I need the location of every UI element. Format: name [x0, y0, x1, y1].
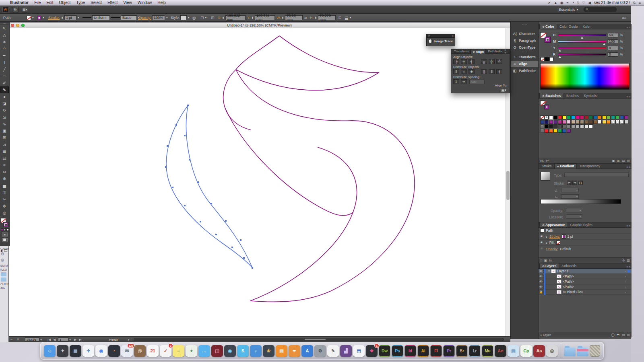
swatch-93278f[interactable] [549, 120, 553, 124]
swatches-fill-stroke-indicator[interactable] [540, 101, 549, 109]
anchor-point[interactable] [215, 234, 217, 235]
recolor-artwork-icon[interactable]: ◍ [192, 15, 196, 20]
isolate-selected-object-icon[interactable]: ⬓▾ [345, 15, 351, 20]
notification-center-icon[interactable]: ≡ [639, 1, 641, 5]
stroke-swatch-purple[interactable] [37, 16, 41, 20]
dock-app-mail[interactable]: ✉129 [121, 345, 133, 357]
dock-app-adobe-proto[interactable]: ▤ [508, 345, 519, 357]
menu-effect[interactable]: Effect [105, 0, 120, 5]
x-field[interactable]: ▲▼ 109,922 mm [222, 15, 246, 20]
w-field[interactable]: ▲▼ 76,96 mm [282, 15, 303, 20]
bluetooth-icon[interactable]: ᛒ [577, 1, 579, 5]
layer-row-linked-file-4[interactable]: 🔒▒<Linked File>◦ [539, 290, 632, 295]
swatch-f7941e[interactable] [607, 120, 611, 124]
color-tab-color-guide[interactable]: Color Guide [557, 24, 580, 29]
paintbrush-tool[interactable]: ✐ [0, 80, 9, 86]
swatch-none[interactable] [540, 115, 544, 119]
gradient-mode-button[interactable] [4, 228, 6, 231]
slider-marker[interactable] [559, 49, 561, 51]
expand-triangle-icon[interactable]: ▶ [546, 241, 548, 244]
heart-icon[interactable]: ♡ [582, 1, 585, 5]
flame-body-inner[interactable] [250, 147, 357, 301]
image-trace-button[interactable]: Image Trace [434, 39, 453, 43]
dock-folder-documents[interactable] [577, 348, 588, 356]
panel-menu-icon[interactable]: » ≡ [627, 224, 632, 227]
swatch-group-folder[interactable] [540, 129, 544, 133]
swatch-f26d21[interactable] [549, 129, 553, 133]
slider-marker[interactable] [581, 37, 583, 39]
dock-app-illustrator[interactable]: Ai [417, 345, 429, 357]
artboard-tool[interactable]: ◫ [0, 189, 9, 196]
stroke-color-swatch[interactable] [544, 105, 549, 109]
gradient-tab-transparency[interactable]: Transparency [577, 164, 603, 169]
magic-wand-tool[interactable]: ✶ [0, 39, 9, 45]
panel-button-character[interactable]: A|Character [511, 31, 539, 37]
visibility-eye-icon[interactable]: 👁 [540, 235, 544, 239]
anchor-point[interactable] [172, 187, 173, 188]
panel-button-align[interactable]: ≡Align [511, 61, 539, 67]
gradient-angle-field[interactable]: ▾ [561, 188, 579, 192]
pen-tool[interactable]: ✒ [0, 52, 9, 59]
channel-value-field[interactable]: 0 [608, 52, 618, 57]
swatch-e8232a[interactable] [545, 129, 549, 133]
dock-trash[interactable] [590, 345, 600, 357]
swatch-999999[interactable] [571, 124, 575, 128]
stroke-weight-value[interactable]: 1 pt [568, 234, 573, 239]
zoom-level-field[interactable]: 292,58 ▾ [25, 337, 42, 341]
swatch-d51067[interactable] [580, 115, 584, 119]
visibility-eye-icon[interactable]: 👁 [540, 247, 544, 251]
horizontal-distribute-left-button[interactable]: ∥ [481, 69, 487, 74]
visibility-eye-icon[interactable]: 👁 [539, 285, 544, 289]
color-mode-button[interactable] [1, 228, 3, 231]
dock-app-skype[interactable]: S [237, 345, 249, 357]
horizontal-align-left-button[interactable]: ╞ [453, 59, 459, 64]
dock-app-reminders[interactable]: ✓2 [160, 345, 171, 357]
last-artboard-button[interactable]: ▶| [79, 337, 82, 341]
expand-triangle-icon[interactable]: ▶ [546, 235, 548, 238]
swatch-e6e6e6[interactable] [584, 124, 588, 128]
opacity-label[interactable]: Opacity: [138, 15, 151, 20]
white-swatch[interactable] [549, 57, 553, 61]
swatch-333333[interactable] [553, 124, 557, 128]
new-layer-icon[interactable]: 🗀 [621, 333, 625, 337]
swatch-1b1464[interactable] [545, 120, 549, 124]
swatch-5f2683[interactable] [553, 120, 557, 124]
zoom-level-value[interactable]: 292,58 [25, 337, 39, 341]
dock-app-iphoto[interactable]: ❀ [263, 345, 275, 357]
dock-app-muse[interactable]: Mu [482, 345, 493, 357]
scale-tool[interactable]: ⇲ [0, 114, 9, 121]
anchor-point[interactable] [184, 135, 186, 136]
delete-swatch-icon[interactable]: ▥ [627, 159, 630, 162]
width-profile-dropdown[interactable]: Uniform ▾ [83, 15, 113, 20]
eject-icon[interactable]: ◉ [560, 1, 564, 5]
panel-menu-icon[interactable]: » ≡ [505, 49, 509, 54]
dock-app-photoshop[interactable]: Ps [392, 345, 403, 357]
align-to-selection-icon[interactable]: ▣▾ [501, 88, 506, 92]
swatch-000000[interactable] [553, 115, 557, 119]
swatch-7a5f46[interactable] [584, 120, 588, 124]
swatch-2458a8[interactable] [620, 115, 624, 119]
rectangle-tool[interactable]: ▭ [0, 73, 9, 80]
width-tool[interactable]: ∿ [0, 121, 9, 128]
shape-builder-tool[interactable]: ⊞ [0, 134, 9, 141]
appearance-tab-appearance[interactable]: ≎Appearance [539, 222, 568, 227]
zoom-tool[interactable]: ◎ [0, 210, 9, 216]
horizontal-align-center-button[interactable]: ╪ [461, 59, 467, 64]
menu-help[interactable]: Help [155, 0, 169, 5]
swatch-pattern[interactable] [615, 120, 619, 124]
shear-icon[interactable]: ⤨ [337, 15, 341, 20]
dock-app-dreamweaver[interactable]: Dw [379, 345, 390, 357]
none-mode-button[interactable] [6, 228, 9, 231]
panel-menu-icon[interactable]: » ≡ [627, 166, 632, 169]
slider-track[interactable] [558, 53, 606, 56]
new-fill-icon[interactable]: ▣ [544, 259, 547, 262]
flame-mid-inner[interactable] [225, 108, 353, 216]
dock-app-safari[interactable]: ✛ [83, 345, 94, 357]
slider-marker[interactable] [559, 56, 561, 58]
brush-definition-value[interactable]: Basic [121, 15, 137, 20]
flame-top-lower[interactable] [236, 70, 379, 90]
channel-value-field[interactable]: 0 [608, 46, 618, 50]
panel-menu-icon[interactable]: » ≡ [627, 26, 632, 29]
panel-button-transform[interactable]: ⁘Transform [511, 54, 539, 60]
symbol-sprayer-tool[interactable]: ❉ [0, 175, 9, 182]
